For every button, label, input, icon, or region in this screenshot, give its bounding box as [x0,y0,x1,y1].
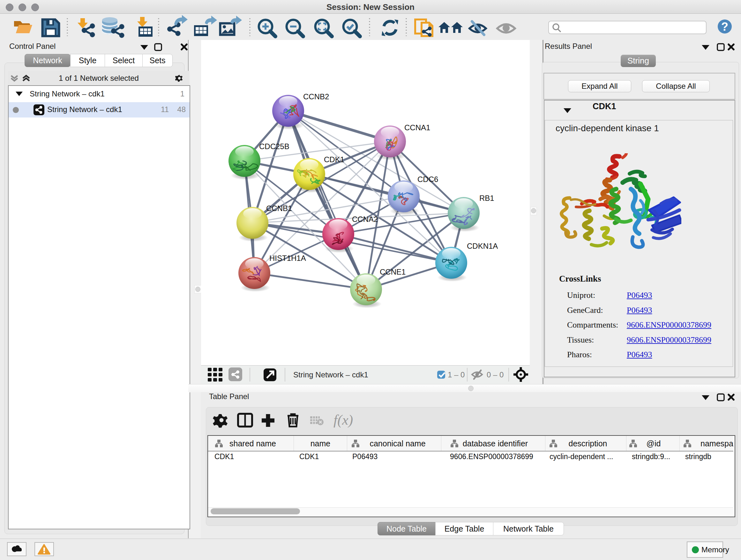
svg-text:CCNA2: CCNA2 [352,215,378,224]
svg-text:CCNA1: CCNA1 [404,123,430,132]
svg-text:database identifier: database identifier [463,439,528,448]
svg-text:@id: @id [647,439,661,448]
svg-text:CDK1: CDK1 [324,155,344,164]
svg-text:HIST1H1A: HIST1H1A [269,254,306,262]
svg-text:CCNB1: CCNB1 [266,204,292,212]
svg-text:?: ? [721,20,728,33]
svg-text:CDKN1A: CDKN1A [467,242,498,250]
svg-text:0 – 0: 0 – 0 [487,370,503,379]
svg-text:CDC25B: CDC25B [259,142,289,151]
svg-text:name: name [311,439,331,448]
svg-text:CCNE1: CCNE1 [380,267,406,276]
svg-text:canonical name: canonical name [369,439,425,448]
svg-text:CCNB2: CCNB2 [303,92,329,101]
svg-text:1 – 0: 1 – 0 [448,370,465,379]
svg-text:description: description [569,439,607,448]
svg-text:String Network – cdk1: String Network – cdk1 [293,370,368,379]
svg-text:RB1: RB1 [479,194,494,202]
svg-text:CDC6: CDC6 [417,175,438,184]
svg-text:shared name: shared name [229,439,276,448]
svg-text:namespac: namespac [700,439,733,448]
svg-text:f(x): f(x) [333,412,353,428]
